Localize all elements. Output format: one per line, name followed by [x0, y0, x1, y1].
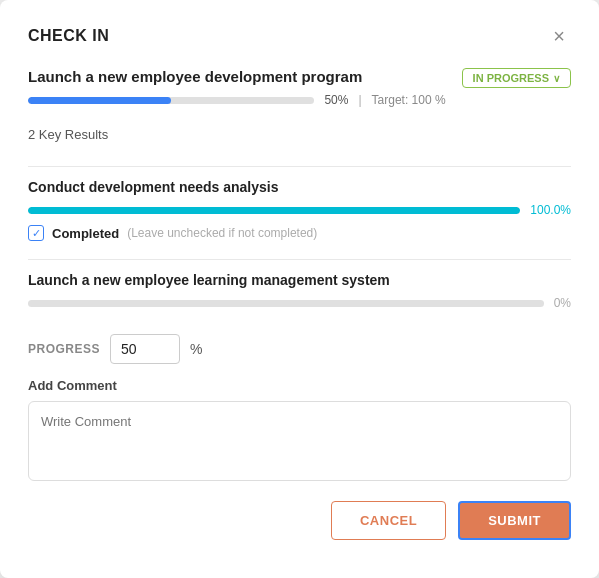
close-button[interactable]: × — [547, 24, 571, 48]
objective-section: Launch a new employee development progra… — [28, 68, 571, 113]
chevron-down-icon: ∨ — [553, 73, 560, 84]
kr-1-progress-label: 100.0% — [530, 203, 571, 217]
kr-2-progress-row: 0% — [28, 296, 571, 310]
objective-target: Target: 100 % — [372, 93, 446, 107]
kr-1-completed-text: Completed — [52, 226, 119, 241]
objective-title: Launch a new employee development progra… — [28, 68, 446, 85]
kr-2-title: Launch a new employee learning managemen… — [28, 272, 571, 288]
check-icon: ✓ — [32, 228, 41, 239]
objective-divider: | — [358, 93, 361, 107]
progress-input-label: PROGRESS — [28, 342, 100, 356]
divider-2 — [28, 259, 571, 260]
progress-input[interactable] — [110, 334, 180, 364]
status-badge[interactable]: IN PROGRESS ∨ — [462, 68, 571, 88]
kr-1-progress-row: 100.0% — [28, 203, 571, 217]
objective-left: Launch a new employee development progra… — [28, 68, 446, 113]
percent-sign: % — [190, 341, 202, 357]
modal-header: CHECK IN × — [28, 24, 571, 48]
kr-2-section: Launch a new employee learning managemen… — [28, 272, 571, 316]
objective-progress-bar — [28, 97, 314, 104]
progress-input-row: PROGRESS % — [28, 334, 571, 364]
kr-1-section: Conduct development needs analysis 100.0… — [28, 179, 571, 241]
modal-title: CHECK IN — [28, 27, 109, 45]
objective-progress-row: 50% | Target: 100 % — [28, 93, 446, 107]
kr-1-completed-note: (Leave unchecked if not completed) — [127, 226, 317, 240]
kr-1-completed-row: ✓ Completed (Leave unchecked if not comp… — [28, 225, 571, 241]
check-in-modal: CHECK IN × Launch a new employee develop… — [0, 0, 599, 578]
kr-1-progress-fill — [28, 207, 520, 214]
kr-2-progress-label: 0% — [554, 296, 571, 310]
key-results-count: 2 Key Results — [28, 127, 571, 142]
kr-1-progress-bar — [28, 207, 520, 214]
cancel-button[interactable]: CANCEL — [331, 501, 446, 540]
comment-textarea[interactable] — [28, 401, 571, 481]
kr-1-title: Conduct development needs analysis — [28, 179, 571, 195]
submit-button[interactable]: SUBMIT — [458, 501, 571, 540]
kr-2-progress-bar — [28, 300, 544, 307]
status-badge-label: IN PROGRESS — [473, 72, 549, 84]
objective-progress-label: 50% — [324, 93, 348, 107]
modal-footer: CANCEL SUBMIT — [28, 501, 571, 540]
comment-label: Add Comment — [28, 378, 571, 393]
divider-1 — [28, 166, 571, 167]
objective-progress-fill — [28, 97, 171, 104]
kr-1-checkbox[interactable]: ✓ — [28, 225, 44, 241]
